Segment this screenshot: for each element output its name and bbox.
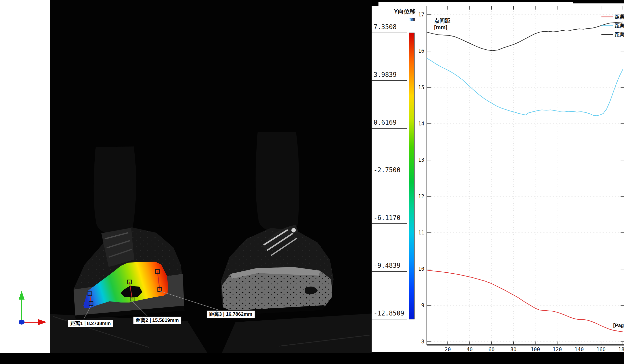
colorbar-tick-label: -9.4839 [374,262,401,269]
colorbar-tick-label: 0.6169 [374,119,397,126]
page-badge: [Page] [613,323,624,328]
y-tick-label: 13 [418,157,424,163]
y-tick-label: 9 [421,302,424,308]
x-tick-label: 140 [574,347,584,352]
y-tick-label: 12 [418,194,424,199]
y-tick-label: 8 [421,339,424,345]
scene-art [50,0,372,353]
colorbar-tick-rule [372,319,407,319]
x-tick-label: 100 [531,347,540,352]
colorbar-tick-rule [372,33,407,33]
chart-canvas: 2040608010012014016018089101112131415161… [417,0,624,353]
measurement-label-2[interactable]: 距离2 | 15.5019mm [133,316,182,325]
measurement-label-3[interactable]: 距离3 | 16.7862mm [207,310,255,318]
y-tick-label: 10 [418,266,424,272]
y-tick-label: 14 [418,121,424,127]
x-tick-label: 180 [618,347,624,352]
colorbar-tick-rule [372,176,407,176]
measurement-label-1[interactable]: 距离1 | 8.2738mm [68,319,114,328]
colorbar-tick-label: -2.7500 [374,166,401,174]
x-tick-label: 40 [467,347,473,352]
y-axis-arrowhead-icon [19,291,25,299]
z-axis-origin-icon [19,320,25,325]
colorbar-tick-rule [372,80,407,81]
colorbar-tick-rule [372,271,407,272]
x-tick-label: 20 [445,347,451,352]
colorbar-tick-label: -12.8509 [374,310,404,317]
x-axis-arrowhead-icon [38,319,47,325]
y-tick-label: 16 [418,48,424,54]
legend-label: 距离3 [614,32,624,37]
x-tick-label: 160 [596,347,606,352]
colorbar-tick-label: -6.1170 [374,214,401,221]
left-margin-strip [0,0,50,353]
colorbar-tick-label: 7.3508 [374,23,397,31]
y-tick-label: 17 [418,12,424,18]
x-tick-label: 80 [510,347,516,352]
series-距离2 [427,58,623,116]
x-tick-label: 60 [488,347,494,352]
legend-label: 距离1 [614,14,624,20]
chart-ylabel-line2: [mm] [434,24,447,30]
distance-chart: 2040608010012014016018089101112131415161… [417,0,624,353]
axis-triad [7,288,49,331]
colorbar-tick-rule [372,223,407,224]
bottom-black-bar [0,353,624,364]
series-距离1 [427,270,623,332]
colorbar-gradient [409,33,415,319]
colorbar-tick-rule [372,128,407,129]
y-tick-label: 15 [418,85,424,91]
dic-analysis-window: 距离1 | 8.2738mm 距离2 | 15.5019mm 距离3 | 16.… [0,0,624,364]
colorbar-unit: mm [409,16,415,22]
series-距离3 [427,22,623,51]
chart-ylabel-line1: 点间距 [434,18,450,24]
x-tick-label: 120 [553,347,562,352]
camera-image-view [50,0,372,353]
legend-label: 距离2 [614,23,624,28]
colorbar-panel: Y向位移 mm 7.35083.98390.6169-2.7500-6.1170… [372,2,417,352]
y-tick-label: 11 [418,230,424,236]
colorbar-tick-label: 3.9839 [374,71,397,78]
colorbar-title: Y向位移 [394,8,416,15]
